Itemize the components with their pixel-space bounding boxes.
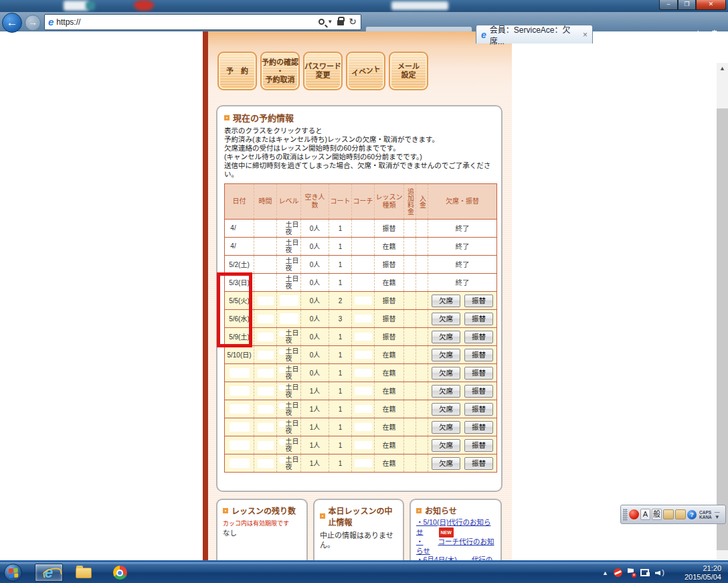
ime-icon[interactable] [629, 509, 639, 519]
table-row[interactable]: 土日夜1人1在籍欠席振替 [225, 418, 497, 436]
ime-tools-icon[interactable] [663, 509, 674, 519]
cell-extra-fee [404, 310, 416, 328]
table-row[interactable]: 5/9(土)土日夜0人1振替欠席振替 [225, 328, 497, 346]
transfer-button[interactable]: 振替 [464, 421, 493, 434]
reserve-confirm-cancel-button[interactable]: 予約の確認 ・ 予約取消 [260, 52, 300, 90]
network-icon[interactable] [640, 569, 650, 576]
cell-coach [352, 274, 375, 292]
cell-action: 欠席振替 [428, 436, 497, 454]
chevron-down-icon[interactable]: ▼ [327, 19, 333, 25]
cell-deposit [416, 418, 428, 436]
ime-options-icon[interactable]: ▼ [715, 515, 720, 520]
absent-button[interactable]: 欠席 [432, 457, 460, 470]
taskbar-item-explorer[interactable] [70, 564, 98, 582]
table-row[interactable]: 土日夜1人1在籍欠席振替 [225, 400, 497, 418]
transfer-button[interactable]: 振替 [464, 439, 493, 452]
scrollbar-thumb[interactable] [717, 108, 728, 550]
ie-icon: e [481, 29, 486, 40]
table-row[interactable]: 5/2(土)土日夜0人1振替終了 [225, 256, 497, 274]
restore-button[interactable]: ❐ [678, 0, 696, 10]
absent-button[interactable]: 欠席 [432, 439, 460, 452]
table-row[interactable]: 土日夜1人1在籍欠席振替 [225, 382, 497, 400]
action-center-flag-icon[interactable] [628, 568, 635, 577]
cell-action: 欠席振替 [428, 310, 497, 328]
table-row[interactable]: 4/土日夜0人1在籍終了 [225, 238, 497, 256]
transfer-button[interactable]: 振替 [464, 403, 493, 416]
transfer-button[interactable]: 振替 [464, 295, 493, 307]
cell-lesson-type: 在籍 [375, 454, 404, 473]
cell-coach [352, 328, 375, 346]
transfer-button[interactable]: 振替 [464, 457, 493, 470]
news-link[interactable]: ・5/10(日)代行のお知らせNEW [416, 518, 495, 537]
taskbar-clock[interactable]: 21:20 2015/05/04 [685, 564, 721, 581]
password-change-button[interactable]: パスワード 変更 [303, 52, 343, 90]
event-button[interactable]: イベント [346, 52, 385, 90]
tray-expand-icon[interactable]: ▲ [602, 570, 608, 576]
cell-level: 土日夜 [277, 346, 301, 364]
transfer-button[interactable]: 振替 [464, 331, 493, 343]
cell-level: 土日夜 [277, 364, 301, 382]
table-row[interactable]: 土日夜1人1在籍欠席振替 [225, 436, 497, 454]
taskbar-item-chrome[interactable] [106, 564, 134, 582]
table-row[interactable]: 5/10(日)土日夜0人1在籍欠席振替 [225, 346, 497, 364]
speaker-icon[interactable] [655, 569, 664, 577]
tab-serviceace[interactable]: e 会員：ServiceAce：欠席... × [476, 25, 593, 44]
absent-button[interactable]: 欠席 [432, 295, 460, 307]
transfer-button[interactable]: 振替 [464, 367, 493, 380]
start-button[interactable] [4, 564, 22, 582]
transfer-button[interactable]: 振替 [464, 385, 493, 398]
table-row[interactable]: 4/土日夜0人1振替終了 [225, 220, 497, 238]
vertical-scrollbar[interactable]: ▲ ▼ [717, 63, 728, 560]
search-icon[interactable] [318, 19, 325, 25]
transfer-button[interactable]: 振替 [464, 313, 493, 325]
ime-dictionary-icon[interactable] [675, 509, 686, 519]
cell-deposit [416, 436, 428, 454]
cell-level [277, 292, 301, 310]
absent-button[interactable]: 欠席 [432, 313, 460, 325]
ime-input-mode-button[interactable]: A [640, 509, 650, 520]
scroll-up-icon[interactable]: ▲ [717, 63, 728, 74]
box-title: お知らせ [425, 505, 457, 516]
refresh-icon[interactable]: ↻ [349, 17, 357, 26]
transfer-button[interactable]: 振替 [464, 349, 493, 361]
cell-level: 土日夜 [277, 328, 301, 346]
cell-lesson-type: 在籍 [375, 400, 404, 418]
news-link[interactable]: ・6月4日(木)代行のお知らせ。NEW [416, 556, 495, 560]
news-link[interactable]: ・コーチ代行のお知らせ [416, 537, 495, 556]
absent-button[interactable]: 欠席 [432, 331, 460, 343]
cell-court: 1 [329, 454, 352, 473]
cell-court: 1 [329, 364, 352, 382]
taskbar-item-ie[interactable]: e [35, 564, 63, 582]
cell-extra-fee [404, 436, 416, 454]
reserve-button[interactable]: 予 約 [217, 52, 257, 90]
cell-court: 1 [329, 418, 352, 436]
absent-button[interactable]: 欠席 [432, 367, 460, 380]
tab-close-icon[interactable]: × [583, 30, 587, 39]
cell-date [225, 400, 254, 418]
absent-button[interactable]: 欠席 [432, 385, 460, 398]
cell-level [277, 310, 301, 328]
table-header-row: 日付 時間 レベル 空き人数 コート コーチ レッスン種類 追加料金 入金 欠席… [225, 184, 497, 220]
table-row[interactable]: 5/3(日)土日夜0人1在籍終了 [225, 274, 497, 292]
mail-settings-button[interactable]: メール 設定 [389, 52, 428, 90]
cell-court: 2 [329, 292, 352, 310]
ime-language-bar[interactable]: A 般 ? CAPS KANA — ▼ [620, 505, 726, 524]
caps-label: CAPS [699, 510, 712, 515]
table-row[interactable]: 5/6(水)0人3振替欠席振替 [225, 310, 497, 328]
redacted-url [120, 17, 264, 28]
forward-button[interactable]: → [25, 15, 41, 31]
absent-button[interactable]: 欠席 [432, 349, 460, 361]
help-icon[interactable]: ? [687, 510, 697, 519]
ime-conversion-mode-button[interactable]: 般 [652, 509, 662, 520]
table-row[interactable]: 5/5(火)0人2振替欠席振替 [225, 292, 497, 310]
minimize-button[interactable]: – [659, 0, 678, 10]
absent-button[interactable]: 欠席 [432, 421, 460, 434]
table-row[interactable]: 土日夜0人1在籍欠席振替 [225, 364, 497, 382]
absent-button[interactable]: 欠席 [432, 403, 460, 416]
drag-handle[interactable] [623, 509, 628, 521]
antivirus-icon[interactable] [614, 568, 622, 577]
address-bar[interactable]: e https:// ▼ ↻ [44, 14, 361, 30]
table-row[interactable]: 土日夜1人1在籍欠席振替 [225, 454, 497, 473]
close-button[interactable]: ✕ [696, 0, 726, 10]
back-button[interactable]: ← [2, 13, 22, 33]
